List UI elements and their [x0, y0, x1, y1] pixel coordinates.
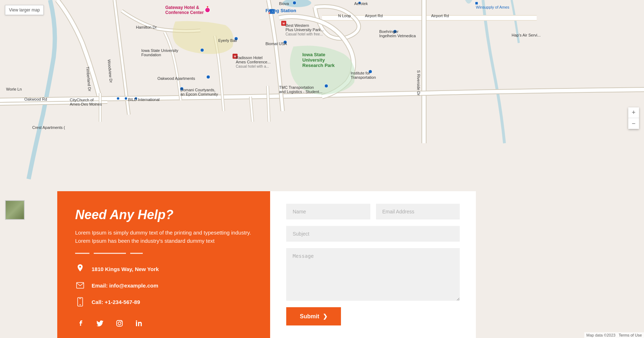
- svg-point-13: [205, 8, 210, 13]
- form-row-name-email: [286, 204, 460, 219]
- svg-line-10: [250, 97, 253, 122]
- svg-text:⛽: ⛽: [268, 10, 272, 14]
- map-label-hamilton: Hamilton Dr: [136, 25, 157, 29]
- map-label-boehringer: BoehringerIngelheim Vetmedica: [379, 29, 416, 38]
- contact-phone-text: Call: +1-234-567-89: [92, 299, 140, 305]
- svg-line-6: [0, 102, 107, 104]
- svg-text:M: M: [234, 55, 236, 58]
- map-label-transport: Institute forTransportation: [351, 71, 376, 79]
- svg-point-21: [200, 48, 204, 52]
- map-label-s-riverside: S Riverside Dr: [416, 70, 421, 96]
- contact-form-panel: Submit ❯: [270, 191, 476, 338]
- contact-email-text: Email: info@example.com: [92, 283, 158, 289]
- map-label-aerotek: Aerotek: [354, 1, 368, 6]
- contact-email-item: Email: info@example.com: [75, 280, 252, 290]
- message-textarea[interactable]: [286, 248, 460, 301]
- location-icon: [75, 264, 85, 274]
- zoom-out-button[interactable]: −: [628, 118, 639, 129]
- email-input[interactable]: [376, 204, 460, 219]
- svg-point-30: [135, 97, 137, 100]
- map-label-airport2: Airport Rd: [431, 14, 449, 18]
- map-label-church: CityChurch ofAmes-Des Moines: [70, 98, 102, 106]
- linkedin-icon[interactable]: [133, 318, 145, 329]
- zoom-in-button[interactable]: +: [628, 107, 639, 118]
- svg-rect-34: [475, 2, 478, 5]
- contact-left-panel: Need Any Help? Lorem Ipsum is simply dum…: [57, 191, 270, 338]
- svg-line-5: [0, 102, 107, 104]
- svg-point-29: [125, 97, 127, 100]
- svg-point-24: [369, 70, 372, 73]
- svg-point-25: [206, 75, 210, 79]
- svg-text:M: M: [283, 22, 285, 25]
- svg-line-9: [250, 97, 253, 122]
- map-label-crest: Crest Apartments (: [32, 125, 65, 130]
- svg-point-0: [283, 0, 311, 7]
- svg-point-40: [118, 322, 121, 325]
- svg-point-41: [121, 321, 122, 322]
- map-label-iowa-state: Iowa StateUniversityResearch Park: [302, 52, 335, 68]
- map-label-foundation: Iowa State UniversityFoundation: [141, 48, 178, 57]
- submit-arrow-icon: ❯: [323, 313, 327, 320]
- map-label-bild: BILD International: [128, 97, 160, 102]
- svg-rect-35: [77, 283, 84, 288]
- svg-point-27: [180, 87, 184, 91]
- map-thumbnail: [5, 200, 25, 220]
- svg-point-43: [136, 320, 137, 322]
- contact-info-list: 1810 Kings Way, New York Email: info@exa…: [75, 264, 252, 307]
- facebook-icon[interactable]: [75, 318, 87, 329]
- svg-point-22: [234, 37, 238, 40]
- contact-address-item: 1810 Kings Way, New York: [75, 264, 252, 274]
- zoom-controls: + −: [628, 107, 639, 129]
- map-attribution: Map data ©2023 Terms of Use: [584, 332, 644, 338]
- map-label-timberland: Timberland Dr: [86, 66, 92, 91]
- svg-point-26: [325, 84, 328, 88]
- divider-line-3: [130, 253, 143, 254]
- contact-divider: [75, 253, 252, 254]
- svg-text:📍: 📍: [206, 6, 209, 9]
- twitter-icon[interactable]: [94, 318, 106, 329]
- map-label-filling: Filling Station: [265, 8, 296, 13]
- map-label-domani: Domani Courtyards,an Epcon Community: [180, 88, 218, 96]
- svg-point-37: [80, 304, 81, 305]
- map-label-bestwestern: Best WesternPlus University Park...Casua…: [286, 23, 324, 36]
- map-label-radisson: Radisson HotelAmes Conference...Casual h…: [236, 55, 270, 68]
- contact-address-text: 1810 Kings Way, New York: [92, 266, 159, 272]
- svg-point-33: [393, 30, 397, 33]
- email-icon: [75, 280, 85, 290]
- social-icons-row: [75, 318, 252, 329]
- contact-phone-item: Call: +1-234-567-89: [75, 297, 252, 307]
- svg-point-31: [293, 1, 296, 5]
- map-label-tmc: TMC Transportationand Logistics - Studen…: [279, 85, 322, 94]
- svg-line-11: [268, 86, 269, 122]
- svg-line-12: [268, 86, 269, 122]
- map-label-nloop: N Loop: [338, 14, 351, 18]
- map-label-oakwood-apts: Oakwood Apartments: [157, 76, 195, 81]
- svg-point-23: [283, 40, 287, 44]
- map-label-oakwood-rd: Oakwood Rd: [24, 97, 47, 101]
- map-label-eyerly: Eyerly Ball: [218, 38, 237, 43]
- divider-line-1: [75, 253, 89, 254]
- subject-input[interactable]: [286, 226, 460, 242]
- contact-title: Need Any Help?: [75, 207, 252, 222]
- svg-rect-17: [281, 21, 286, 26]
- view-larger-map-button[interactable]: View larger map: [5, 5, 44, 15]
- submit-label: Submit: [300, 313, 319, 320]
- svg-rect-19: [233, 54, 238, 59]
- map-label-winsupply: Winsupply of Ames: [476, 5, 509, 9]
- terms-of-use-link[interactable]: Terms of Use: [619, 333, 642, 337]
- svg-point-28: [117, 97, 119, 100]
- map-label-biova: Biova: [279, 1, 289, 6]
- contact-section: Need Any Help? Lorem Ipsum is simply dum…: [57, 191, 476, 338]
- map-icon-m: 🅼: [270, 9, 275, 14]
- phone-icon: [75, 297, 85, 307]
- map-label-worle: Worle Ln: [6, 87, 22, 91]
- instagram-icon[interactable]: [114, 318, 125, 329]
- submit-button[interactable]: Submit ❯: [286, 307, 341, 325]
- svg-rect-42: [136, 322, 137, 326]
- divider-line-2: [94, 253, 126, 254]
- contact-description: Lorem Ipsum is simply dummy text of the …: [75, 229, 252, 245]
- name-input[interactable]: [286, 204, 370, 219]
- map-label-haps: Hap's Air Servi...: [512, 33, 541, 37]
- svg-point-32: [358, 1, 361, 4]
- svg-point-15: [268, 9, 272, 14]
